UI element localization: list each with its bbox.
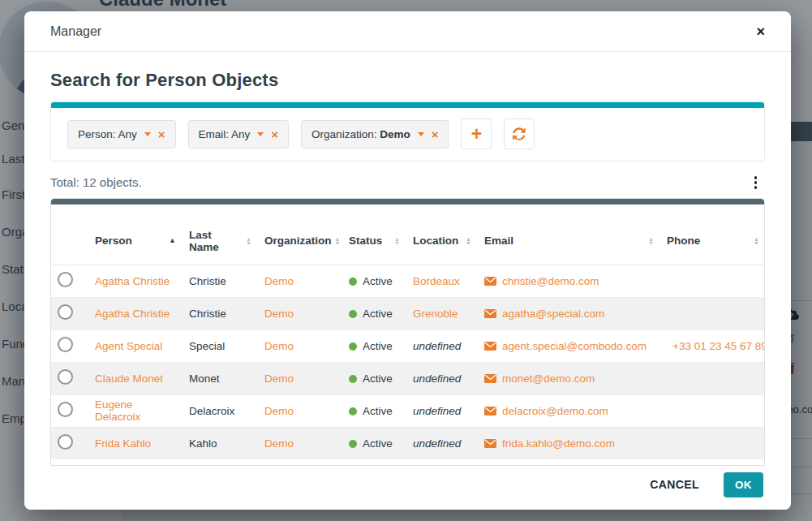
add-filter-button[interactable]: + xyxy=(461,118,492,149)
chevron-down-icon[interactable] xyxy=(418,132,424,136)
status-cell: Active xyxy=(363,372,393,385)
status-cell: Active xyxy=(363,437,393,450)
refresh-button[interactable] xyxy=(504,118,535,149)
table-row: Agatha ChristieChristieDemoActiveGrenobl… xyxy=(51,297,765,329)
column-header-person[interactable]: Person▲ xyxy=(88,224,183,265)
organization-link[interactable]: Demo xyxy=(264,372,294,385)
ok-button[interactable]: OK xyxy=(724,472,763,497)
filter-chip-organization[interactable]: Organization: Demo× xyxy=(301,120,449,149)
table-row: Agent SpecialSpecialDemoActiveundefineda… xyxy=(51,329,765,362)
status-cell: Active xyxy=(363,275,393,287)
chevron-down-icon[interactable] xyxy=(144,132,151,136)
remove-filter-icon[interactable]: × xyxy=(271,128,278,140)
results-total-row: Total: 12 objects. xyxy=(50,174,765,191)
person-link[interactable]: Agatha Christie xyxy=(95,308,170,320)
email-icon xyxy=(484,439,496,448)
results-table: Person▲Last Name▲▼Organization▲▼Status▲▼… xyxy=(51,224,765,460)
filter-panel: Person: Any×Email: Any×Organization: Dem… xyxy=(50,101,765,161)
row-radio[interactable] xyxy=(58,434,73,450)
column-header-phone[interactable]: Phone▲▼ xyxy=(660,224,765,265)
filter-chip-person[interactable]: Person: Any× xyxy=(67,120,176,149)
last-name-cell: Monet xyxy=(189,372,220,385)
column-header-email[interactable]: Email▲▼ xyxy=(478,224,660,265)
row-radio[interactable] xyxy=(58,304,73,320)
location-undefined: undefined xyxy=(413,405,461,417)
table-header-row: Person▲Last Name▲▼Organization▲▼Status▲▼… xyxy=(51,224,765,265)
row-radio[interactable] xyxy=(58,369,73,385)
sort-icon: ▲▼ xyxy=(335,237,341,245)
cancel-button[interactable]: CANCEL xyxy=(645,477,704,492)
table-row: Claude MonetMonetDemoActiveundefinedmone… xyxy=(51,362,765,394)
search-heading: Search for Person Objects xyxy=(50,70,765,91)
email-icon xyxy=(484,407,496,416)
email-icon xyxy=(484,342,496,351)
column-header-label: Status xyxy=(349,235,382,247)
organization-link[interactable]: Demo xyxy=(264,340,294,352)
last-name-cell: Special xyxy=(189,340,225,352)
status-active-dot xyxy=(349,342,357,351)
column-header-label: Location xyxy=(413,235,458,247)
email-link[interactable]: christie@demo.com xyxy=(502,275,599,287)
last-name-cell: Kahlo xyxy=(189,437,217,450)
table-row: Agatha ChristieChristieDemoActiveBordeau… xyxy=(51,265,765,297)
column-header-label: Last Name xyxy=(189,229,243,253)
location-link[interactable]: Grenoble xyxy=(413,308,458,320)
row-radio[interactable] xyxy=(58,337,73,352)
filter-chip-email[interactable]: Email: Any× xyxy=(188,120,290,149)
close-icon[interactable]: × xyxy=(756,24,765,39)
status-active-dot xyxy=(349,278,357,286)
organization-link[interactable]: Demo xyxy=(264,437,294,450)
column-header-organization[interactable]: Organization▲▼ xyxy=(258,224,342,265)
email-link[interactable]: frida.kahlo@demo.com xyxy=(502,437,615,450)
column-header-label: Organization xyxy=(264,235,332,247)
person-link[interactable]: Agatha Christie xyxy=(95,275,170,287)
modal-body: Search for Person Objects Person: Any×Em… xyxy=(24,52,791,466)
chevron-down-icon[interactable] xyxy=(257,132,264,136)
person-link[interactable]: Frida Kahlo xyxy=(95,437,151,450)
row-radio[interactable] xyxy=(58,402,73,417)
person-link[interactable]: Claude Monet xyxy=(95,372,163,385)
organization-link[interactable]: Demo xyxy=(264,275,294,287)
location-link[interactable]: Bordeaux xyxy=(413,275,460,287)
sort-icon: ▲▼ xyxy=(648,237,654,245)
status-active-dot xyxy=(349,375,357,383)
remove-filter-icon[interactable]: × xyxy=(432,128,439,140)
column-header-last-name[interactable]: Last Name▲▼ xyxy=(183,224,258,265)
status-cell: Active xyxy=(363,308,393,320)
column-header-status[interactable]: Status▲▼ xyxy=(342,224,406,265)
email-link[interactable]: agatha@special.com xyxy=(502,308,604,320)
column-header-label: Person xyxy=(95,235,132,247)
phone-link[interactable]: +33 01 23 45 67 89 xyxy=(672,340,765,352)
column-header-label: Email xyxy=(484,235,513,247)
person-link[interactable]: Agent Special xyxy=(95,340,162,352)
filter-chip-label: Email: Any xyxy=(199,128,251,140)
sort-icon: ▲▼ xyxy=(754,237,759,245)
organization-link[interactable]: Demo xyxy=(264,405,294,417)
sort-icon: ▲▼ xyxy=(394,237,400,245)
email-link[interactable]: agent.special@combodo.com xyxy=(502,340,647,352)
email-link[interactable]: monet@demo.com xyxy=(502,372,595,385)
column-header-location[interactable]: Location▲▼ xyxy=(406,224,478,265)
email-link[interactable]: delacroix@demo.com xyxy=(502,405,608,417)
row-radio[interactable] xyxy=(58,272,73,287)
location-undefined: undefined xyxy=(413,340,461,352)
results-total: Total: 12 objects. xyxy=(50,175,142,189)
screen: Claude Monet General InformationLast nam… xyxy=(0,0,812,521)
location-undefined: undefined xyxy=(413,372,461,385)
select-column-header xyxy=(51,224,88,265)
modal-header: Manager × xyxy=(24,11,791,52)
remove-filter-icon[interactable]: × xyxy=(158,128,165,140)
last-name-cell: Christie xyxy=(189,308,226,320)
status-cell: Active xyxy=(363,340,393,352)
table-row: Frida KahloKahloDemoActiveundefinedfrida… xyxy=(51,427,765,459)
sort-icon: ▲▼ xyxy=(466,237,471,245)
table-body: Agatha ChristieChristieDemoActiveBordeau… xyxy=(51,265,765,459)
filter-chips: Person: Any×Email: Any×Organization: Dem… xyxy=(67,120,449,149)
sort-asc-icon: ▲ xyxy=(169,237,176,244)
manager-modal: Manager × Search for Person Objects Pers… xyxy=(24,11,791,510)
organization-link[interactable]: Demo xyxy=(264,308,294,320)
person-link[interactable]: Eugene Delacroix xyxy=(95,398,140,423)
table-menu-icon[interactable] xyxy=(746,174,766,191)
modal-title: Manager xyxy=(50,24,101,39)
email-icon xyxy=(484,309,496,318)
